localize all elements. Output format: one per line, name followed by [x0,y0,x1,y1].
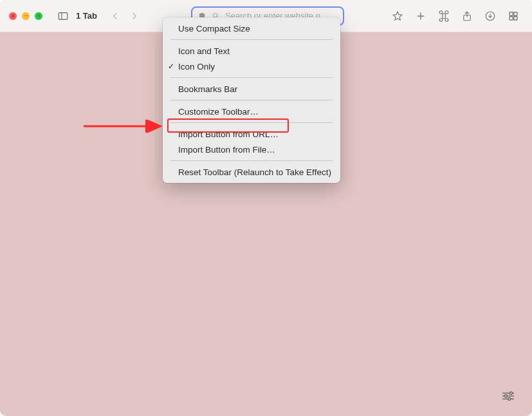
checkmark-icon: ✓ [168,62,174,71]
sidebar-toggle-button[interactable] [54,7,72,25]
navigation-arrows [106,7,143,25]
menu-item[interactable]: Bookmarks Bar [163,81,340,97]
close-window-button[interactable] [9,12,17,20]
menu-item-label: Bookmarks Bar [178,84,237,94]
menu-item[interactable]: ✓Icon Only [163,59,340,74]
new-tab-button[interactable] [411,7,430,25]
window-controls [9,12,42,20]
menu-item-label: Use Compact Size [178,24,250,33]
tab-count-label: 1 Tab [76,11,97,21]
menu-item-label: Icon and Text [178,46,230,56]
plus-icon [415,10,427,22]
menu-item[interactable]: Icon and Text [163,43,340,59]
zoom-icon [37,14,41,18]
svg-point-16 [504,395,507,397]
menu-separator [170,122,333,123]
menu-separator [170,39,333,40]
toolbar-right-group [388,7,523,25]
menu-item[interactable]: Customize Toolbar… [163,104,340,119]
bookmark-button[interactable] [388,7,407,25]
downloads-button[interactable] [481,7,500,25]
share-icon [461,10,473,22]
minimize-window-button[interactable] [22,12,30,20]
zoom-window-button[interactable] [35,12,42,20]
chevron-left-icon [109,10,121,22]
tab-overview-button[interactable] [504,7,523,25]
menu-item-label: Import Button from URL… [178,129,279,139]
minimize-icon [24,14,28,18]
svg-rect-11 [509,16,513,19]
menu-item-label: Reset Toolbar (Relaunch to Take Effect) [178,167,331,177]
chevron-right-icon [129,10,140,22]
share-button[interactable] [457,7,477,25]
menu-separator [170,100,333,100]
menu-item-label: Customize Toolbar… [178,107,259,117]
command-button[interactable] [434,7,454,25]
menu-separator [170,77,333,78]
svg-rect-9 [509,12,513,15]
sidebar-toggle-group: 1 Tab [54,7,97,25]
menu-item[interactable]: Reset Toolbar (Relaunch to Take Effect) [163,164,340,180]
grid-icon [508,10,519,22]
sidebar-icon [57,10,69,22]
back-button[interactable] [106,7,124,25]
svg-point-2 [214,14,217,17]
menu-item-label: Import Button from File… [178,145,275,155]
svg-point-18 [508,398,511,401]
svg-marker-4 [393,12,402,20]
command-icon [438,10,450,22]
menu-item[interactable]: Import Button from URL… [163,126,340,142]
sliders-icon [501,390,515,402]
menu-item[interactable]: Import Button from File… [163,142,340,157]
svg-rect-0 [59,12,68,19]
star-icon [392,10,403,22]
download-icon [484,10,496,22]
svg-point-14 [510,392,513,395]
forward-button[interactable] [125,7,143,25]
toolbar-context-menu[interactable]: Use Compact SizeIcon and Text✓Icon OnlyB… [163,17,340,183]
svg-rect-10 [514,12,517,15]
menu-separator [170,160,333,161]
menu-item[interactable]: Use Compact Size [163,21,340,36]
page-settings-button[interactable] [497,388,519,404]
close-icon [11,14,15,18]
svg-rect-12 [514,16,517,19]
browser-window: 1 Tab Search or enter website n [0,0,532,416]
menu-item-label: Icon Only [178,62,215,71]
